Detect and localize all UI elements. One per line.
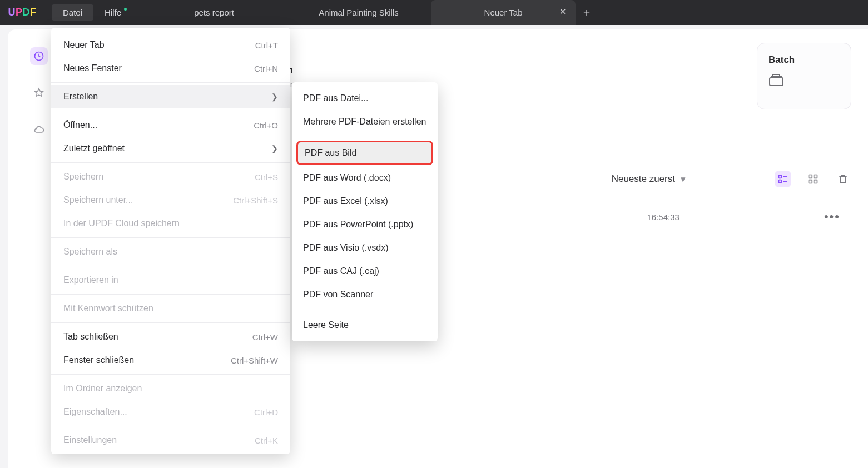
create-submenu: PDF aus Datei... Mehrere PDF-Dateien ers… bbox=[292, 82, 438, 341]
menu-item-save: SpeichernCtrl+S bbox=[51, 165, 290, 188]
menu-item-close-tab[interactable]: Tab schließenCtrl+W bbox=[51, 325, 290, 348]
tab-animal-painting[interactable]: Animal Painting Skills bbox=[286, 0, 431, 25]
submenu-blank-page[interactable]: Leere Seite bbox=[292, 313, 438, 337]
separator bbox=[51, 374, 290, 375]
menu-item-reveal: Im Ordner anzeigen bbox=[51, 377, 290, 400]
batch-card[interactable]: Batch bbox=[757, 43, 851, 109]
view-switcher bbox=[775, 171, 851, 187]
separator bbox=[51, 82, 290, 83]
svg-rect-10 bbox=[814, 180, 817, 183]
svg-rect-7 bbox=[809, 175, 812, 178]
svg-rect-3 bbox=[779, 175, 782, 178]
submenu-pdf-from-excel[interactable]: PDF aus Excel (.xlsx) bbox=[292, 190, 438, 213]
separator bbox=[51, 237, 290, 238]
svg-rect-11 bbox=[770, 78, 783, 86]
menu-help-label: Hilfe bbox=[105, 8, 121, 17]
submenu-multi-pdf[interactable]: Mehrere PDF-Dateien erstellen bbox=[292, 110, 438, 133]
submenu-pdf-from-image[interactable]: PDF aus Bild bbox=[296, 141, 433, 165]
separator bbox=[51, 266, 290, 266]
menu-item-save-cloud: In der UPDF Cloud speichern bbox=[51, 212, 290, 235]
batch-title: Batch bbox=[768, 54, 840, 66]
menu-item-close-window[interactable]: Fenster schließenCtrl+Shift+W bbox=[51, 348, 290, 372]
sort-dropdown[interactable]: Neueste zuerst ▾ bbox=[612, 173, 686, 185]
svg-rect-9 bbox=[809, 180, 812, 183]
separator bbox=[51, 426, 290, 426]
new-tab-button[interactable]: ＋ bbox=[576, 0, 598, 25]
file-menu-dropdown: Neuer TabCtrl+T Neues FensterCtrl+N Erst… bbox=[51, 28, 290, 454]
submenu-pdf-from-word[interactable]: PDF aus Word (.docx) bbox=[292, 166, 438, 190]
menu-item-save-as: Speichern unter...Ctrl+Shift+S bbox=[51, 188, 290, 212]
svg-rect-4 bbox=[779, 180, 782, 183]
separator bbox=[51, 162, 290, 163]
menu-item-create[interactable]: Erstellen❯ bbox=[51, 85, 290, 108]
submenu-pdf-from-file[interactable]: PDF aus Datei... bbox=[292, 87, 438, 110]
tab-new[interactable]: Neuer Tab ✕ bbox=[431, 0, 576, 25]
menu-item-recent[interactable]: Zuletzt geöffnet❯ bbox=[51, 137, 290, 160]
menu-item-properties: Eigenschaften...Ctrl+D bbox=[51, 400, 290, 424]
close-icon[interactable]: ✕ bbox=[559, 7, 567, 17]
menu-item-open[interactable]: Öffnen...Ctrl+O bbox=[51, 113, 290, 137]
menu-item-export: Exportieren in bbox=[51, 268, 290, 292]
submenu-pdf-from-caj[interactable]: PDF aus CAJ (.caj) bbox=[292, 260, 438, 283]
chevron-right-icon: ❯ bbox=[271, 92, 278, 101]
clock-icon bbox=[30, 47, 48, 65]
cloud-icon bbox=[30, 121, 48, 138]
separator bbox=[137, 5, 137, 21]
caret-down-icon: ▾ bbox=[681, 173, 686, 185]
tab-new-label: Neuer Tab bbox=[484, 8, 523, 17]
menu-item-save-as2: Speichern als bbox=[51, 240, 290, 263]
list-view-button[interactable] bbox=[775, 171, 791, 187]
chevron-right-icon: ❯ bbox=[271, 144, 278, 153]
update-dot-icon bbox=[124, 8, 127, 11]
separator bbox=[51, 294, 290, 295]
menu-item-new-window[interactable]: Neues FensterCtrl+N bbox=[51, 57, 290, 80]
menu-item-settings: EinstellungenCtrl+K bbox=[51, 429, 290, 452]
menu-help[interactable]: Hilfe bbox=[93, 4, 132, 21]
submenu-pdf-from-ppt[interactable]: PDF aus PowerPoint (.pptx) bbox=[292, 213, 438, 236]
menu-item-new-tab[interactable]: Neuer TabCtrl+T bbox=[51, 33, 290, 57]
menu-bar: Datei Hilfe bbox=[52, 4, 132, 21]
separator bbox=[48, 6, 48, 19]
separator bbox=[292, 310, 438, 310]
batch-icon bbox=[768, 73, 840, 90]
app-logo: UPDF bbox=[0, 7, 44, 18]
tab-pets-report[interactable]: pets report bbox=[142, 0, 286, 25]
more-icon[interactable]: ••• bbox=[824, 210, 840, 224]
separator bbox=[51, 111, 290, 111]
separator bbox=[51, 322, 290, 323]
tab-strip: pets report Animal Painting Skills Neuer… bbox=[142, 0, 868, 25]
svg-rect-8 bbox=[814, 175, 817, 178]
file-time: 16:54:33 bbox=[647, 212, 679, 222]
grid-view-button[interactable] bbox=[805, 171, 821, 187]
separator bbox=[292, 137, 438, 137]
menu-file[interactable]: Datei bbox=[52, 4, 93, 21]
menu-item-protect: Mit Kennwort schützen bbox=[51, 297, 290, 320]
star-icon bbox=[30, 84, 48, 102]
delete-button[interactable] bbox=[835, 171, 851, 187]
title-bar: UPDF Datei Hilfe pets report Animal Pain… bbox=[0, 0, 868, 25]
submenu-pdf-from-scanner[interactable]: PDF von Scanner bbox=[292, 283, 438, 306]
sort-label: Neueste zuerst bbox=[612, 173, 675, 185]
submenu-pdf-from-visio[interactable]: PDF aus Visio (.vsdx) bbox=[292, 236, 438, 260]
